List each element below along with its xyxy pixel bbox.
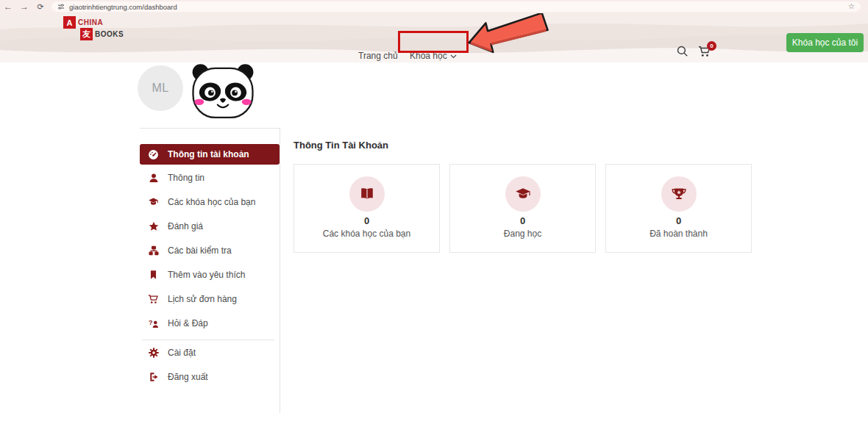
stat-label: Đã hoàn thành [606, 229, 751, 239]
sidebar-item-info[interactable]: Thông tin [142, 168, 277, 187]
svg-text:?: ? [149, 319, 153, 326]
chinabooks-logo[interactable]: A CHINA 友 BOOKS [63, 16, 124, 40]
nav-item-home[interactable]: Trang chủ [358, 51, 398, 61]
sidebar-item-label: Thông tin [168, 173, 204, 183]
account-sidebar: Thông tin tài khoản Thông tin Các khóa h… [140, 128, 280, 413]
graduation-cap-icon [148, 197, 159, 208]
address-bar[interactable]: giaotrinhtiengtrung.com/dashboard ☆ [51, 1, 861, 12]
nav-courses-label: Khóa học [410, 51, 447, 61]
logo-square-a: A [63, 16, 76, 29]
panda-sticker [189, 63, 257, 121]
page: ← → ⟳ giaotrinhtiengtrung.com/dashboard … [0, 0, 868, 424]
question-icon: ? [148, 318, 159, 329]
content-divider [280, 128, 280, 413]
sidebar-item-settings[interactable]: Cài đặt [142, 343, 277, 362]
gear-icon [148, 348, 159, 359]
sidebar-item-order-history[interactable]: Lịch sử đơn hàng [142, 290, 277, 309]
stat-card-your-courses: 0 Các khóa học của bạn [294, 164, 440, 253]
browser-toolbar: ← → ⟳ giaotrinhtiengtrung.com/dashboard … [0, 0, 868, 13]
sidebar-item-label: Hỏi & Đáp [168, 318, 208, 328]
sidebar-item-qa[interactable]: ? Hỏi & Đáp [142, 314, 277, 333]
sidebar-item-label: Đánh giá [168, 221, 203, 231]
avatar-initials: ML [152, 82, 168, 95]
logo-text-books: BOOKS [95, 30, 124, 38]
bookmark-icon [148, 270, 159, 281]
sidebar-item-label: Cài đặt [168, 348, 196, 358]
url-text: giaotrinhtiengtrung.com/dashboard [69, 3, 177, 11]
sidebar-item-label: Thông tin tài khoản [168, 149, 249, 159]
sidebar-item-label: Các bài kiểm tra [168, 245, 232, 256]
my-courses-button[interactable]: Khóa học của tôi [786, 33, 864, 52]
stat-value: 0 [294, 215, 439, 226]
stat-value: 0 [450, 215, 595, 226]
sidebar-item-logout[interactable]: Đăng xuất [142, 367, 277, 387]
sidebar-item-account-info[interactable]: Thông tin tài khoản [140, 144, 280, 165]
gauge-icon [148, 149, 159, 160]
nav-item-courses[interactable]: Khóa học [410, 51, 457, 61]
logout-icon [148, 372, 159, 383]
stat-card-completed: 0 Đã hoàn thành [605, 164, 752, 253]
book-icon [349, 176, 385, 212]
cart-icon [148, 294, 159, 305]
search-icon[interactable] [677, 46, 689, 60]
bookmark-star-icon[interactable]: ☆ [848, 1, 855, 12]
sidebar-item-tests[interactable]: Các bài kiểm tra [142, 241, 277, 260]
sidebar-item-label: Các khóa học của bạn [168, 197, 255, 207]
page-title: Thông Tin Tài Khoản [294, 140, 388, 151]
browser-reload-icon[interactable]: ⟳ [32, 0, 49, 13]
sidebar-item-reviews[interactable]: Đánh giá [142, 217, 277, 236]
star-icon [148, 221, 159, 232]
sidebar-item-favorites[interactable]: Thêm vào yêu thích [142, 265, 277, 284]
sidebar-item-your-courses[interactable]: Các khóa học của bạn [142, 193, 277, 212]
logo-text-china: CHINA [78, 18, 103, 26]
site-settings-icon[interactable] [57, 3, 65, 10]
stat-label: Các khóa học của bạn [294, 229, 439, 239]
trophy-icon [661, 176, 697, 212]
nav-home-label: Trang chủ [358, 51, 398, 61]
sidebar-item-label: Lịch sử đơn hàng [168, 294, 237, 304]
cart-count-badge: 0 [707, 41, 716, 51]
site-header: A CHINA 友 BOOKS Trang chủ Khóa học [0, 13, 868, 62]
sidebar-divider [142, 339, 274, 340]
avatar: ML [138, 65, 183, 111]
user-icon [148, 173, 159, 184]
sitemap-icon [148, 245, 159, 256]
sidebar-item-label: Thêm vào yêu thích [168, 270, 245, 280]
browser-forward-icon[interactable]: → [16, 0, 32, 13]
graduation-cap-icon [505, 176, 541, 212]
stat-card-in-progress: 0 Đang học [449, 164, 596, 253]
stat-value: 0 [606, 215, 751, 226]
logo-square-you: 友 [80, 28, 93, 40]
stat-label: Đang học [450, 229, 595, 239]
browser-back-icon[interactable]: ← [0, 0, 16, 13]
chevron-down-icon [450, 51, 457, 61]
sidebar-item-label: Đăng xuất [168, 372, 208, 382]
